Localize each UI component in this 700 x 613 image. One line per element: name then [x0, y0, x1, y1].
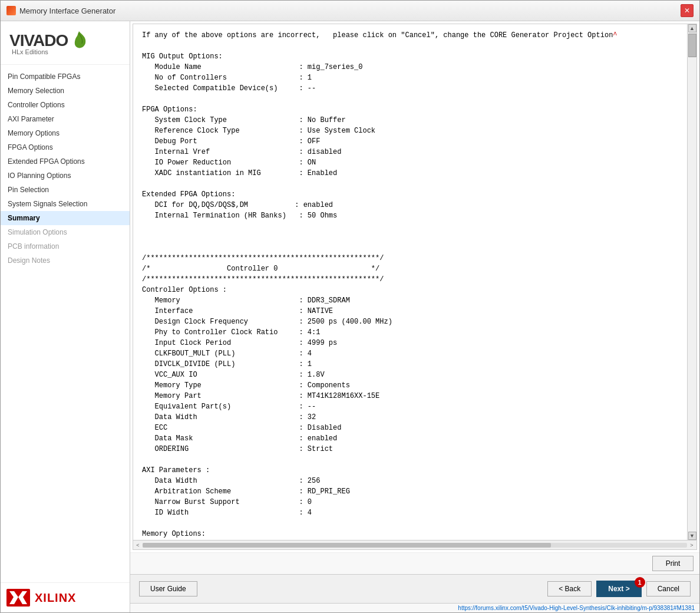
- back-button[interactable]: < Back: [547, 581, 592, 596]
- summary-content: If any of the above options are incorrec…: [142, 30, 678, 539]
- horizontal-scrollbar-thumb[interactable]: [143, 543, 551, 548]
- sidebar-logo: VIVADO HLx Editions: [1, 21, 130, 65]
- vertical-scrollbar: ▲ ▼: [687, 24, 696, 540]
- window-title: Memory Interface Generator: [19, 6, 115, 15]
- xilinx-x-icon: [6, 589, 30, 607]
- svg-marker-1: [18, 591, 27, 604]
- sidebar-item-pin-compatible[interactable]: Pin Compatible FPGAs: [1, 70, 130, 84]
- notification-badge: 1: [635, 577, 645, 588]
- title-bar: Memory Interface Generator ✕: [1, 1, 699, 21]
- status-bar: https://forums.xilinx.com/t5/Vivado-High…: [130, 603, 699, 612]
- cancel-button[interactable]: Cancel: [646, 581, 691, 596]
- leaf-icon: [70, 30, 88, 51]
- vivado-logo: VIVADO: [9, 30, 121, 51]
- user-guide-button[interactable]: User Guide: [139, 581, 197, 596]
- sidebar-item-summary[interactable]: Summary: [1, 211, 130, 225]
- bottom-right: < Back Next > 1 Cancel: [547, 581, 691, 597]
- title-bar-left: Memory Interface Generator: [6, 6, 115, 15]
- text-with-vscroll: If any of the above options are incorrec…: [133, 24, 696, 540]
- sidebar: VIVADO HLx Editions Pin Compatible FPGAs…: [1, 21, 130, 612]
- text-area-container: If any of the above options are incorrec…: [133, 24, 697, 550]
- sidebar-item-pin-selection[interactable]: Pin Selection: [1, 183, 130, 197]
- svg-marker-0: [9, 591, 18, 604]
- bottom-left: User Guide: [139, 581, 197, 596]
- horizontal-scrollbar: < >: [133, 540, 696, 549]
- horizontal-scrollbar-track: [143, 543, 687, 548]
- sidebar-item-fpga-options[interactable]: FPGA Options: [1, 140, 130, 154]
- sidebar-item-memory-options[interactable]: Memory Options: [1, 126, 130, 140]
- sidebar-item-io-planning[interactable]: IO Planning Options: [1, 169, 130, 183]
- scroll-thumb-vertical[interactable]: [688, 34, 696, 57]
- sidebar-item-controller-options[interactable]: Controller Options: [1, 98, 130, 112]
- sidebar-item-design-notes: Design Notes: [1, 253, 130, 268]
- sidebar-item-simulation: Simulation Options: [1, 225, 130, 239]
- summary-text-area[interactable]: If any of the above options are incorrec…: [133, 24, 687, 540]
- sidebar-item-axi-parameter[interactable]: AXI Parameter: [1, 112, 130, 126]
- sidebar-footer: XILINX: [1, 582, 130, 612]
- next-label: Next >: [608, 585, 629, 593]
- scroll-up-arrow[interactable]: ▲: [688, 24, 696, 32]
- xilinx-logo: XILINX: [6, 589, 124, 607]
- sidebar-item-pcb-info: PCB information: [1, 239, 130, 253]
- close-button[interactable]: ✕: [681, 4, 694, 17]
- scroll-down-arrow[interactable]: ▼: [688, 532, 696, 540]
- vivado-text: VIVADO: [9, 31, 68, 50]
- sidebar-item-system-signals[interactable]: System Signals Selection: [1, 197, 130, 211]
- status-text: https://forums.xilinx.com/t5/Vivado-High…: [458, 605, 695, 611]
- sidebar-item-extended-fpga[interactable]: Extended FPGA Options: [1, 154, 130, 169]
- sidebar-nav: Pin Compatible FPGAs Memory Selection Co…: [1, 65, 130, 582]
- main-window: Memory Interface Generator ✕ VIVADO HLx …: [0, 0, 700, 613]
- print-bar: Print: [130, 552, 699, 574]
- scroll-left-arrow[interactable]: <: [134, 542, 141, 549]
- print-button[interactable]: Print: [652, 556, 694, 571]
- xilinx-text: XILINX: [35, 591, 76, 605]
- app-icon: [6, 6, 16, 15]
- sidebar-item-memory-selection[interactable]: Memory Selection: [1, 84, 130, 98]
- scroll-right-arrow[interactable]: >: [688, 542, 695, 549]
- main-content: VIVADO HLx Editions Pin Compatible FPGAs…: [1, 21, 699, 612]
- bottom-bar: User Guide < Back Next > 1 Cancel: [130, 574, 699, 603]
- right-panel: If any of the above options are incorrec…: [130, 21, 699, 612]
- next-button[interactable]: Next > 1: [596, 581, 641, 597]
